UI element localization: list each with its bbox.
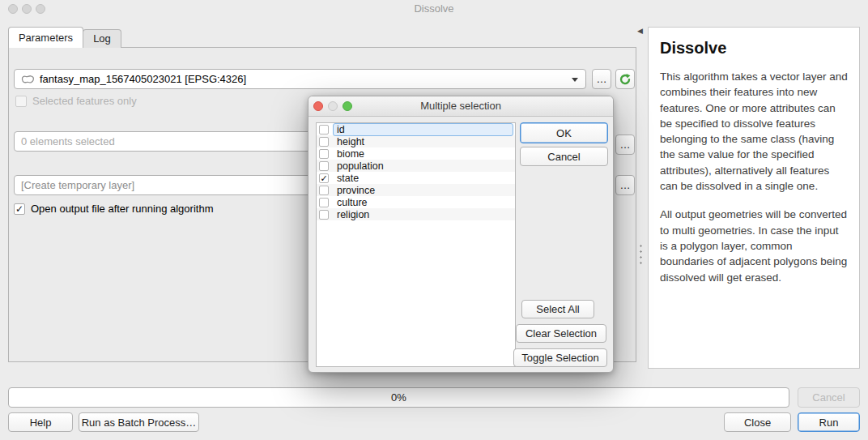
run-as-batch-button[interactable]: Run as Batch Process… (79, 412, 199, 432)
help-paragraph-1: This algorithm takes a vector layer and … (660, 69, 848, 194)
window-titlebar: Dissolve (0, 0, 868, 18)
list-item-label: biome (333, 147, 513, 160)
dissolve-fields-browse-button[interactable]: … (615, 135, 635, 155)
progress-bar: 0% (8, 387, 789, 408)
field-selection-list: id height biome population ✓ state provi… (316, 122, 516, 367)
checkbox-religion[interactable] (319, 210, 329, 220)
checkbox-id[interactable] (319, 125, 329, 135)
progress-value: 0% (391, 391, 406, 404)
dissolve-dialog-window: Dissolve Parameters Log Input layer fant… (0, 0, 868, 440)
modal-cancel-button[interactable]: Cancel (520, 147, 608, 166)
iterate-icon (619, 73, 632, 86)
list-item-label: population (333, 160, 513, 173)
selected-features-only-checkbox-row[interactable]: Selected features only (15, 95, 137, 107)
list-item-label: state (333, 172, 513, 185)
toggle-selection-button[interactable]: Toggle Selection (513, 348, 607, 367)
list-item-label: province (333, 184, 513, 197)
select-all-button[interactable]: Select All (521, 300, 594, 318)
checkbox-culture[interactable] (319, 198, 329, 207)
modal-titlebar: Multiple selection (308, 96, 613, 117)
checkbox-province[interactable] (319, 186, 329, 195)
dissolved-output-value: [Create temporary layer] (21, 179, 134, 191)
input-layer-browse-button[interactable]: … (592, 69, 611, 89)
list-item-culture[interactable]: culture (317, 196, 515, 208)
list-item-label: religion (333, 208, 513, 221)
cancel-button: Cancel (798, 387, 860, 408)
splitter-handle[interactable] (640, 243, 642, 266)
list-item-id[interactable]: id (317, 123, 515, 135)
checkbox-unchecked[interactable] (15, 96, 27, 107)
run-button[interactable]: Run (798, 412, 860, 432)
chevron-down-icon (572, 78, 578, 82)
input-layer-value: fantasy_map_1567405023021 [EPSG:4326] (40, 73, 246, 85)
list-item-population[interactable]: population (317, 160, 515, 172)
close-button[interactable]: Close (724, 412, 791, 432)
list-item-biome[interactable]: biome (317, 147, 515, 160)
algorithm-help-panel: Dissolve This algorithm takes a vector l… (648, 27, 860, 369)
checkbox-population[interactable] (319, 161, 329, 171)
selected-features-only-label: Selected features only (32, 95, 137, 107)
list-item-province[interactable]: province (317, 184, 515, 196)
iterate-layer-button[interactable] (615, 69, 635, 89)
collapse-help-panel-icon[interactable]: ◀ (637, 27, 643, 35)
help-title: Dissolve (660, 39, 848, 58)
list-item-height[interactable]: height (317, 135, 515, 147)
ok-button[interactable]: OK (520, 122, 608, 143)
dissolve-fields-placeholder: 0 elements selected (21, 135, 115, 147)
tab-parameters[interactable]: Parameters (8, 27, 83, 48)
checkbox-checked[interactable]: ✓ (14, 203, 25, 215)
clear-selection-button[interactable]: Clear Selection (516, 324, 606, 343)
help-button[interactable]: Help (8, 412, 73, 432)
list-item-religion[interactable]: religion (317, 208, 515, 220)
open-output-label: Open output file after running algorithm (31, 203, 213, 215)
polygon-layer-icon (21, 75, 35, 84)
list-item-label: height (333, 135, 513, 148)
list-item-label: culture (333, 196, 513, 209)
tab-log[interactable]: Log (83, 29, 121, 48)
checkbox-state[interactable]: ✓ (319, 173, 329, 183)
multiple-selection-dialog: Multiple selection id height biome popul… (308, 96, 614, 373)
input-layer-combobox[interactable]: fantasy_map_1567405023021 [EPSG:4326] (14, 69, 586, 89)
list-item-state[interactable]: ✓ state (317, 172, 515, 184)
list-item-label: id (333, 123, 513, 136)
modal-title: Multiple selection (308, 100, 613, 112)
help-paragraph-2: All output geometries will be converted … (660, 207, 848, 284)
open-output-checkbox-row[interactable]: ✓ Open output file after running algorit… (14, 203, 213, 215)
window-title: Dissolve (0, 2, 868, 15)
checkbox-biome[interactable] (319, 149, 329, 159)
dissolved-output-browse-button[interactable]: … (615, 175, 635, 195)
checkbox-height[interactable] (319, 137, 329, 147)
